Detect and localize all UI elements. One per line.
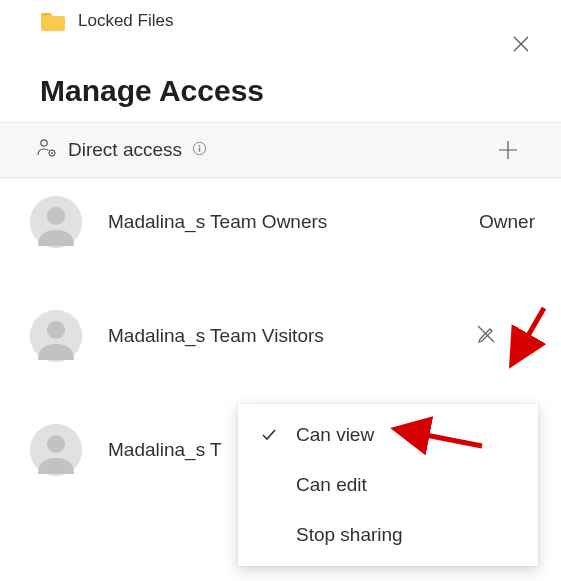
person-gear-icon <box>36 137 58 163</box>
pencil-slash-icon <box>475 323 497 349</box>
avatar <box>30 310 82 362</box>
info-icon[interactable] <box>192 141 207 160</box>
close-button[interactable] <box>507 30 535 58</box>
svg-point-2 <box>51 152 53 154</box>
add-button[interactable] <box>495 137 521 163</box>
member-row-visitors: Madalina_s Team Visitors <box>0 266 561 380</box>
member-name: Madalina_s Team Visitors <box>108 325 449 347</box>
permission-dropdown: Can view Can edit Stop sharing <box>238 404 538 566</box>
option-label: Can view <box>296 424 374 446</box>
option-can-view[interactable]: Can view <box>238 410 538 460</box>
svg-point-4 <box>199 144 201 146</box>
option-label: Can edit <box>296 474 367 496</box>
page-title: Manage Access <box>0 36 561 122</box>
plus-icon <box>497 139 519 161</box>
direct-access-header: Direct access <box>0 122 561 178</box>
permission-dropdown-toggle[interactable] <box>517 325 535 347</box>
window-title: Locked Files <box>78 11 173 31</box>
close-icon <box>512 35 530 53</box>
avatar <box>30 196 82 248</box>
member-name: Madalina_s Team Owners <box>108 211 453 233</box>
svg-point-7 <box>47 207 65 225</box>
section-title: Direct access <box>68 139 182 161</box>
check-icon <box>260 427 278 443</box>
svg-rect-5 <box>199 147 200 151</box>
svg-point-9 <box>47 321 65 339</box>
title-bar: Locked Files <box>0 0 561 36</box>
option-label: Stop sharing <box>296 524 403 546</box>
chevron-down-icon <box>517 325 535 343</box>
option-stop-sharing[interactable]: Stop sharing <box>238 510 538 560</box>
avatar <box>30 424 82 476</box>
option-can-edit[interactable]: Can edit <box>238 460 538 510</box>
svg-point-0 <box>41 140 47 146</box>
svg-point-11 <box>47 435 65 453</box>
role-label: Owner <box>479 211 535 233</box>
member-row-owners: Madalina_s Team Owners Owner <box>0 178 561 266</box>
folder-icon <box>40 10 66 32</box>
